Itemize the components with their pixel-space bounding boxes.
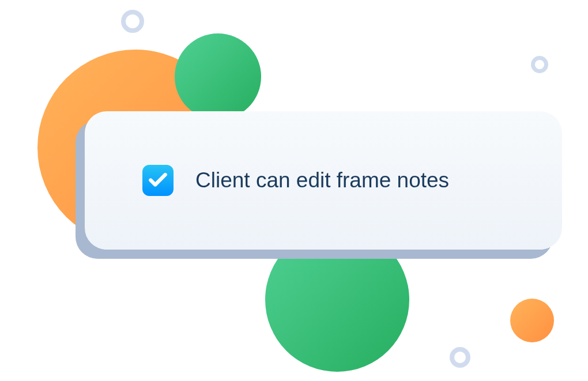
checkbox-edit-frame-notes[interactable] bbox=[142, 165, 174, 196]
decoration-circle-orange-small bbox=[510, 299, 554, 342]
decoration-ring-bottom bbox=[450, 347, 470, 368]
decoration-ring-top-left bbox=[121, 10, 144, 33]
checkbox-label: Client can edit frame notes bbox=[195, 168, 449, 193]
decoration-circle-green-top bbox=[175, 33, 261, 120]
decoration-ring-top-right bbox=[531, 56, 548, 73]
checkmark-icon bbox=[147, 168, 169, 193]
option-card: Client can edit frame notes bbox=[85, 111, 562, 250]
